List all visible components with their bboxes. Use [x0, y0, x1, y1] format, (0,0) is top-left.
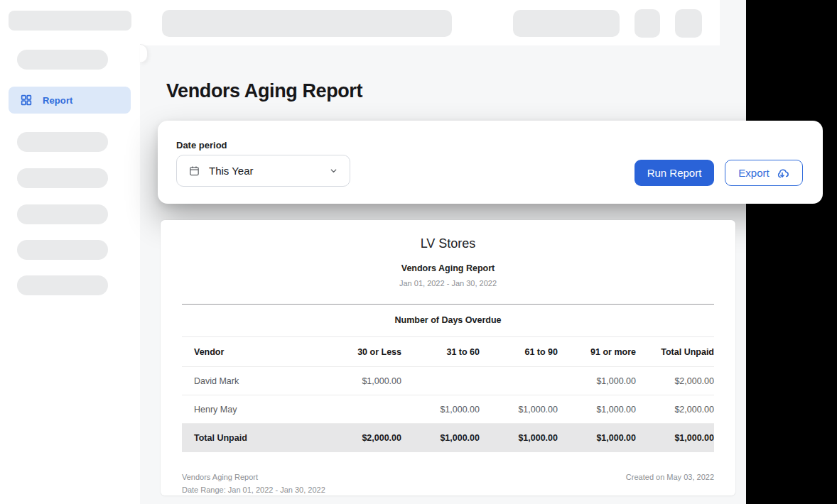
nav-item-placeholder[interactable] — [17, 275, 108, 295]
user-menu-placeholder[interactable] — [513, 10, 620, 37]
total-row-label: Total Unpaid — [182, 433, 323, 443]
cell-value: $1,000.00 — [480, 405, 558, 415]
table-header-row: Vendor 30 or Less 31 to 60 61 to 90 91 o… — [182, 337, 714, 367]
export-button[interactable]: Export — [725, 160, 803, 186]
footer-report-name: Vendors Aging Report — [182, 471, 325, 483]
total-cell-value: $1,000.00 — [636, 433, 714, 443]
report-date-range: Jan 01, 2022 - Jan 30, 2022 — [182, 279, 714, 287]
export-label: Export — [738, 167, 769, 179]
table-row: Henry May $1,000.00 $1,000.00 $1,000.00 … — [182, 395, 714, 424]
icon-button-placeholder[interactable] — [675, 9, 702, 38]
cell-value: $2,000.00 — [636, 405, 714, 415]
vendor-name: David Mark — [182, 376, 323, 386]
nav-item-placeholder[interactable] — [17, 168, 108, 188]
report-footer: Vendors Aging Report Date Range: Jan 01,… — [182, 471, 714, 496]
page-title: Vendors Aging Report — [166, 80, 362, 102]
table-total-row: Total Unpaid $2,000.00 $1,000.00 $1,000.… — [182, 424, 714, 452]
cell-value: $1,000.00 — [558, 376, 636, 386]
sidebar-item-report[interactable]: Report — [9, 87, 131, 114]
chevron-down-icon — [329, 166, 338, 175]
cloud-download-icon — [775, 166, 789, 180]
logo-placeholder — [9, 11, 131, 31]
column-header-61-to-90: 61 to 90 — [480, 347, 558, 357]
total-cell-value: $1,000.00 — [480, 433, 558, 443]
nav-item-placeholder[interactable] — [17, 204, 108, 224]
total-cell-value: $1,000.00 — [401, 433, 480, 443]
run-report-label: Run Report — [647, 167, 702, 179]
nav-item-placeholder[interactable] — [17, 50, 108, 70]
sidebar-item-label: Report — [43, 95, 73, 106]
date-period-label: Date period — [176, 140, 227, 150]
report-company-name: LV Stores — [182, 236, 714, 251]
column-header-total-unpaid: Total Unpaid — [636, 347, 714, 357]
sidebar: Report — [0, 0, 140, 504]
search-bar-placeholder[interactable] — [162, 10, 452, 37]
screenshot-canvas: Report Vendors Aging Report Date period — [0, 0, 837, 504]
cell-value: $1,000.00 — [323, 376, 401, 386]
cell-value: $2,000.00 — [636, 376, 714, 386]
date-period-value: This Year — [209, 165, 320, 177]
footer-date-range: Date Range: Jan 01, 2022 - Jan 30, 2022 — [182, 483, 325, 496]
table-row: David Mark $1,000.00 $1,000.00 $2,000.00 — [182, 367, 714, 395]
vendor-name: Henry May — [182, 405, 323, 415]
report-divider — [182, 304, 714, 305]
cell-value: $1,000.00 — [558, 405, 636, 415]
report-title: Vendors Aging Report — [182, 263, 714, 273]
date-period-select[interactable]: This Year — [176, 155, 350, 187]
column-header-91-or-more: 91 or more — [558, 347, 636, 357]
column-header-30-or-less: 30 or Less — [323, 347, 401, 357]
run-report-button[interactable]: Run Report — [634, 160, 714, 186]
nav-item-placeholder[interactable] — [17, 132, 108, 152]
calendar-icon — [188, 165, 200, 177]
filter-card: Date period This Year Run Report Ex — [158, 121, 823, 204]
sidebar-collapse-handle[interactable] — [140, 44, 148, 63]
footer-created-on: Created on May 03, 2022 — [626, 471, 714, 496]
table-group-header: Number of Days Overdue — [182, 315, 714, 325]
total-cell-value: $1,000.00 — [558, 433, 636, 443]
total-cell-value: $2,000.00 — [323, 433, 401, 443]
cell-value: $1,000.00 — [401, 405, 480, 415]
nav-item-placeholder[interactable] — [17, 240, 108, 260]
grid-icon — [20, 94, 33, 106]
icon-button-placeholder[interactable] — [634, 9, 660, 38]
column-header-31-to-60: 31 to 60 — [401, 347, 480, 357]
column-header-vendor: Vendor — [182, 347, 323, 357]
report-card: LV Stores Vendors Aging Report Jan 01, 2… — [161, 220, 735, 495]
